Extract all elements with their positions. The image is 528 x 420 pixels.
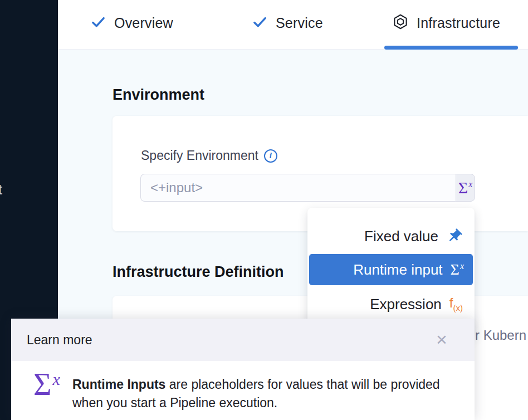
stage-tabbar: Overview Service Infrastructure (58, 0, 528, 50)
environment-input[interactable] (140, 174, 456, 202)
hexagon-icon (392, 13, 409, 32)
active-tab-underline (384, 46, 518, 50)
learn-more-popup: Learn more × Σx Runtime Inputs are place… (11, 319, 475, 420)
learn-more-body: Σx Runtime Inputs are placeholders for v… (11, 361, 475, 420)
menu-item-expression[interactable]: Expression f(x) (310, 289, 472, 320)
app-screen: t Overview Service Infrastructure (0, 0, 528, 420)
fixed-value-label: Fixed value (364, 228, 438, 245)
value-type-dropdown: Fixed value Runtime input Σx Expression … (307, 208, 475, 337)
sidebar-text-fragment: t (0, 182, 2, 198)
runtime-input-label: Runtime input (353, 261, 442, 279)
check-icon (90, 14, 106, 32)
learn-more-text: Runtime Inputs are placeholders for valu… (72, 375, 440, 412)
expression-label: Expression (370, 296, 442, 313)
sigma-icon: Σx (33, 369, 60, 400)
tab-service[interactable]: Service (252, 0, 323, 46)
environment-input-group: Σx (140, 174, 475, 202)
learn-more-header: Learn more × (11, 319, 475, 361)
pin-icon (446, 228, 463, 245)
sigma-icon: Σx (451, 262, 464, 277)
runtime-input-type-button[interactable]: Σx (456, 174, 475, 202)
tab-overview-label: Overview (114, 15, 173, 31)
tab-service-label: Service (276, 15, 323, 31)
tab-overview[interactable]: Overview (90, 0, 173, 46)
sigma-icon: Σx (458, 179, 473, 196)
infrastructure-text-fragment: r Kubern (475, 328, 526, 343)
infrastructure-definition-title: Infrastructure Definition (113, 263, 284, 281)
learn-more-title: Learn more (27, 333, 92, 348)
menu-item-fixed-value[interactable]: Fixed value (310, 221, 472, 252)
menu-item-runtime-input[interactable]: Runtime input Σx (309, 254, 473, 285)
fx-icon: f(x) (449, 296, 463, 312)
environment-title: Environment (113, 86, 204, 104)
info-icon[interactable]: i (264, 149, 277, 163)
specify-environment-label: Specify Environment (141, 148, 258, 163)
tab-infrastructure[interactable]: Infrastructure (392, 0, 500, 46)
tab-infrastructure-label: Infrastructure (417, 15, 500, 31)
close-icon[interactable]: × (429, 326, 454, 352)
check-icon (252, 14, 268, 32)
specify-environment-row: Specify Environment i (141, 148, 277, 163)
